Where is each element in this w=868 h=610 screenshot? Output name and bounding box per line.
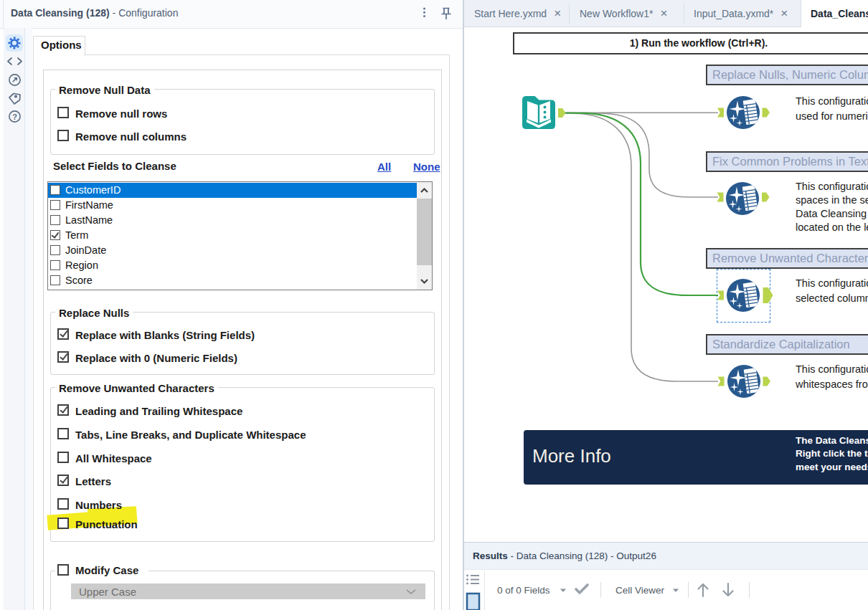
svg-text:?: ? (12, 113, 17, 121)
